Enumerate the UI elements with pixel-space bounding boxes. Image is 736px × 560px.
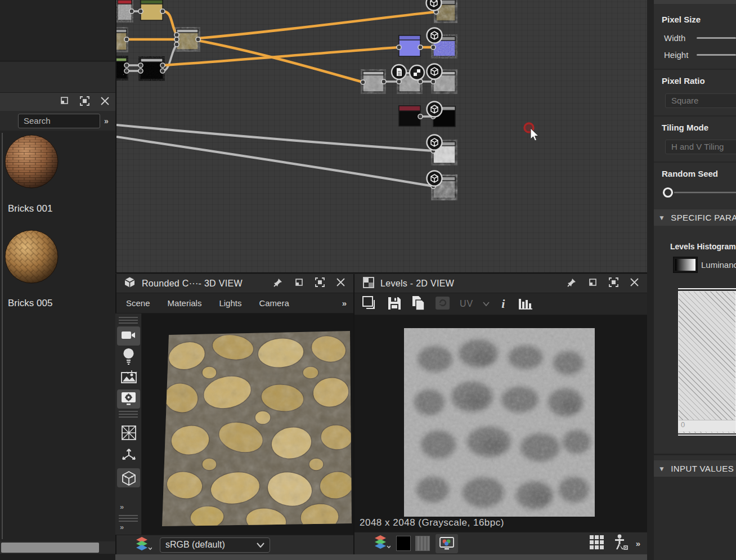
menu-materials[interactable]: Materials (168, 298, 202, 308)
environment-image-icon[interactable] (120, 369, 137, 387)
menu-overflow-chevron[interactable]: » (342, 298, 347, 308)
graph-node-speckle[interactable] (141, 59, 163, 79)
material-thumbnail-bricks-005[interactable] (5, 230, 59, 284)
tiling-mode-select[interactable]: H and V Tiling (665, 140, 736, 154)
view3d-viewport[interactable] (142, 313, 353, 535)
checker-icon (363, 277, 374, 290)
view-3d-badge-icon[interactable] (427, 0, 442, 11)
graph-node-cut-speckle[interactable] (116, 58, 127, 78)
input-values-header[interactable]: ▼ INPUT VALUES (654, 460, 736, 477)
random-seed-knob[interactable] (664, 189, 672, 197)
geometry-wireframe-icon[interactable] (121, 425, 137, 443)
view3d-title: Rounded C···- 3D VIEW (142, 279, 243, 289)
view3d-titlebar[interactable]: Rounded C···- 3D VIEW (115, 274, 353, 293)
gradient-black-white (675, 259, 695, 271)
section-divider (654, 69, 736, 70)
view3d-panel: Rounded C···- 3D VIEW Scene Materials Li… (115, 274, 353, 554)
specific-parameters-header[interactable]: ▼ SPECIFIC PARAMETERS (654, 209, 736, 226)
view-3d-badge-icon[interactable] (427, 28, 442, 43)
float-panel-icon[interactable] (59, 96, 69, 108)
histogram-axis-min: 0 (681, 420, 685, 429)
new-view-icon[interactable] (362, 295, 378, 312)
display-settings-icon[interactable] (121, 392, 136, 408)
height-slider[interactable] (697, 54, 736, 56)
pin-icon[interactable] (567, 277, 577, 290)
menu-camera[interactable]: Camera (259, 298, 289, 308)
section-divider (654, 454, 736, 455)
view-3d-badge-icon[interactable] (427, 135, 442, 150)
section-divider (654, 115, 736, 117)
light-bulb-icon[interactable] (122, 348, 135, 368)
library-panel-header (0, 92, 115, 111)
properties-top-edge (654, 0, 736, 4)
histogram-icon[interactable] (518, 297, 533, 312)
node-graph-canvas[interactable] (115, 0, 647, 274)
view-3d-badge-icon[interactable] (427, 171, 442, 186)
background-black-swatch[interactable] (396, 536, 411, 551)
background-gray-swatch[interactable] (415, 536, 430, 551)
levels-histogram-widget[interactable]: 0 (678, 291, 736, 433)
physical-scale-icon[interactable] (613, 534, 628, 553)
material-label[interactable]: Bricks 005 (8, 298, 52, 309)
maximize-panel-icon[interactable] (608, 277, 619, 290)
colorspace-layers-icon[interactable] (374, 535, 391, 552)
colorspace-layers-icon[interactable] (135, 536, 152, 554)
close-panel-icon[interactable] (336, 277, 345, 289)
pixel-ratio-select[interactable]: Square (665, 93, 736, 108)
toolbar-overflow-chevron2[interactable]: » (120, 523, 124, 531)
levels-histogram-label: Levels Histogram (670, 242, 736, 251)
view2d-titlebar[interactable]: Levels - 2D VIEW (354, 274, 647, 293)
close-panel-icon[interactable] (100, 96, 110, 108)
toolbar-grip[interactable] (119, 317, 138, 324)
view3d-toolbar: » » (115, 313, 142, 535)
histogram-top-line (678, 288, 736, 289)
menu-scene[interactable]: Scene (126, 298, 150, 308)
tiling-grid-icon[interactable] (589, 535, 604, 552)
width-slider[interactable] (697, 37, 736, 39)
document-badge-icon[interactable] (392, 65, 406, 79)
view2d-image[interactable] (404, 328, 595, 517)
chevron-down-icon (257, 543, 264, 548)
transform-axes-icon[interactable] (121, 447, 137, 465)
search-options-chevron[interactable]: » (104, 117, 109, 126)
library-bottom-edge (0, 554, 115, 560)
material-label[interactable]: Bricks 001 (8, 203, 52, 214)
gray-wires (116, 11, 433, 186)
material-thumbnail-bricks-001[interactable] (5, 135, 59, 189)
bottom-resize-strip[interactable] (115, 554, 647, 560)
maximize-panel-icon[interactable] (315, 277, 325, 290)
view-3d-badge-icon[interactable] (427, 102, 442, 117)
library-hscrollbar-thumb[interactable] (1, 543, 99, 553)
histogram-gradient-swatch[interactable] (673, 257, 698, 273)
view-3d-badge-icon[interactable] (427, 64, 442, 79)
graph-node-stones[interactable] (177, 29, 198, 50)
pin-icon[interactable] (273, 277, 283, 290)
close-panel-icon[interactable] (630, 277, 639, 289)
copy-icon[interactable] (411, 295, 425, 312)
histogram-axis: 0 (679, 420, 735, 432)
histogram-channel-select[interactable]: Luminance (701, 260, 736, 270)
width-label: Width (664, 33, 685, 43)
save-icon[interactable] (387, 296, 402, 312)
graph-node-normal-color[interactable] (399, 35, 420, 56)
search-input[interactable]: Search (18, 114, 100, 128)
toolbar-grip[interactable] (119, 411, 138, 418)
view-2d-badge-icon[interactable] (410, 65, 424, 80)
float-panel-icon[interactable] (587, 277, 598, 290)
bottom-overflow-chevron[interactable]: » (636, 539, 640, 548)
cube-dice-icon[interactable] (121, 471, 137, 489)
float-panel-icon[interactable] (294, 277, 304, 290)
maximize-panel-icon[interactable] (79, 96, 90, 109)
cube-icon (124, 276, 136, 290)
colorspace-select[interactable]: sRGB (default) (160, 537, 270, 553)
graph-node-gray-a[interactable] (363, 71, 384, 92)
toolbar-grip[interactable] (119, 515, 138, 522)
graph-node-uniform-color[interactable] (141, 0, 163, 20)
graph-node-metallic-color[interactable] (399, 106, 420, 126)
info-icon[interactable]: i (501, 297, 505, 311)
random-seed-slider[interactable] (662, 186, 736, 199)
camera-icon[interactable] (121, 329, 136, 344)
display-color-toggle[interactable] (436, 534, 458, 553)
menu-lights[interactable]: Lights (219, 298, 241, 308)
toolbar-overflow-chevron[interactable]: » (120, 503, 124, 511)
